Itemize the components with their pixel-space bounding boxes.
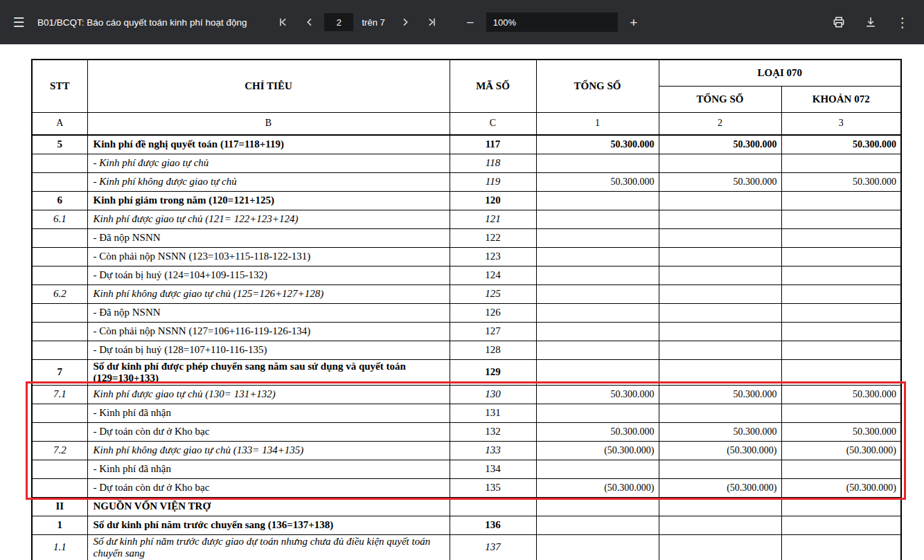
table-row: II NGUỒN VỐN VIỆN TRỢ [32, 497, 901, 516]
row-indicator: - Còn phải nộp NSNN (123=103+115-118-122… [87, 247, 450, 266]
toolbar-actions: ⋮ [827, 10, 914, 34]
row-indicator: - Còn phải nộp NSNN (127=106+116-119-126… [87, 322, 450, 341]
row-stt: 6 [32, 191, 87, 210]
row-khoan-072: 50.300.000 [781, 422, 901, 441]
row-loai-total [659, 266, 781, 284]
row-indicator: - Kinh phí đã nhận [87, 460, 450, 478]
row-khoan-072 [781, 303, 901, 322]
row-khoan-072 [781, 497, 901, 516]
row-loai-total: (50.300.000) [659, 441, 781, 460]
first-page-button[interactable] [272, 10, 295, 34]
row-khoan-072 [781, 534, 901, 560]
row-khoan-072 [781, 404, 901, 422]
row-khoan-072 [781, 191, 901, 210]
menu-icon: ☰ [12, 16, 24, 29]
page-number-input[interactable] [324, 13, 353, 31]
more-options-button[interactable]: ⋮ [891, 10, 914, 34]
row-code: 117 [450, 135, 536, 154]
row-stt: 7.1 [32, 385, 87, 404]
row-code: 137 [450, 534, 536, 560]
header-loai-tong-so: TỔNG SỐ [659, 86, 781, 112]
table-body: 5 Kinh phí đề nghị quyết toán (117=118+1… [32, 135, 901, 560]
row-stt [32, 478, 87, 497]
row-loai-total: 50.300.000 [659, 422, 781, 441]
row-stt: 7 [32, 359, 87, 385]
row-total [536, 210, 659, 228]
row-stt [32, 228, 87, 247]
row-code: 132 [450, 422, 536, 441]
zoom-in-icon: + [630, 16, 637, 29]
zoom-in-button[interactable]: + [622, 10, 646, 34]
page-navigation: trên 7 [272, 10, 443, 34]
row-stt [32, 247, 87, 266]
row-loai-total [659, 534, 781, 560]
row-stt [32, 266, 87, 284]
row-total [536, 404, 659, 422]
row-khoan-072 [781, 460, 901, 478]
row-code: 126 [450, 303, 536, 322]
menu-button[interactable]: ☰ [7, 10, 30, 34]
row-indicator: - Dự toán còn dư ở Kho bạc [87, 422, 450, 441]
last-page-button[interactable] [420, 10, 443, 34]
row-loai-total [659, 210, 781, 228]
row-indicator: Kinh phí được giao tự chủ (121= 122+123+… [87, 210, 450, 228]
zoom-controls: − 100% + [459, 10, 646, 34]
table-row: - Còn phải nộp NSNN (123=103+115-118-122… [32, 247, 901, 266]
document-title: B01/BCQT: Báo cáo quyết toán kinh phí ho… [37, 17, 247, 28]
download-button[interactable] [859, 10, 882, 34]
row-loai-total: 50.300.000 [659, 172, 781, 191]
row-stt [32, 303, 87, 322]
row-khoan-072: 50.300.000 [781, 135, 901, 154]
row-loai-total: (50.300.000) [659, 478, 781, 497]
previous-page-button[interactable] [298, 10, 321, 34]
row-indicator: - Kinh phí được giao tự chủ [87, 154, 450, 172]
row-total: 50.300.000 [536, 135, 659, 154]
row-loai-total [659, 404, 781, 422]
row-khoan-072: (50.300.000) [781, 441, 901, 460]
row-loai-total [659, 359, 781, 385]
chevron-right-icon [400, 17, 411, 28]
row-total [536, 534, 659, 560]
column-letter-a: A [32, 112, 87, 135]
header-chi-tieu: CHỈ TIÊU [87, 60, 450, 112]
zoom-level-select[interactable]: 100% [486, 12, 618, 32]
next-page-button[interactable] [393, 10, 417, 34]
table-row: 1 Số dư kinh phí năm trước chuyển sang (… [32, 516, 901, 534]
row-code: 121 [450, 210, 536, 228]
row-stt: 7.2 [32, 441, 87, 460]
print-button[interactable] [827, 10, 851, 34]
row-indicator: - Dự toán bị huỷ (124=104+109-115-132) [87, 266, 450, 284]
row-khoan-072 [781, 284, 901, 303]
row-code: 125 [450, 284, 536, 303]
row-total [536, 266, 659, 284]
print-icon [832, 15, 846, 29]
row-indicator: Số dư kinh phí năm trước chuyển sang (13… [87, 516, 450, 534]
zoom-out-button[interactable]: − [459, 10, 482, 34]
row-stt [32, 422, 87, 441]
viewer-toolbar: ☰ B01/BCQT: Báo cáo quyết toán kinh phí … [0, 0, 924, 44]
row-stt [32, 460, 87, 478]
row-indicator: - Kinh phí không được giao tự chủ [87, 172, 450, 191]
table-row: 6.2 Kinh phí không được giao tự chủ (125… [32, 284, 901, 303]
row-stt [32, 404, 87, 422]
row-indicator: - Đã nộp NSNN [87, 228, 450, 247]
row-stt [32, 322, 87, 341]
row-code: 123 [450, 247, 536, 266]
column-number-2: 2 [659, 112, 781, 135]
table-row: 6 Kinh phí giảm trong năm (120=121+125) … [32, 191, 901, 210]
row-loai-total [659, 460, 781, 478]
row-khoan-072 [781, 210, 901, 228]
header-ma-so: MÃ SỐ [450, 60, 536, 112]
row-stt [32, 154, 87, 172]
row-khoan-072 [781, 247, 901, 266]
row-loai-total [659, 322, 781, 341]
row-khoan-072 [781, 266, 901, 284]
header-khoan-072: KHOẢN 072 [781, 86, 901, 112]
row-total: 50.300.000 [536, 385, 659, 404]
table-row: 5 Kinh phí đề nghị quyết toán (117=118+1… [32, 135, 901, 154]
row-indicator: - Đã nộp NSNN [87, 303, 450, 322]
row-stt [32, 341, 87, 359]
row-loai-total: 50.300.000 [659, 135, 781, 154]
row-total [536, 341, 659, 359]
row-indicator: Kinh phí không được giao tự chủ (133= 13… [87, 441, 450, 460]
